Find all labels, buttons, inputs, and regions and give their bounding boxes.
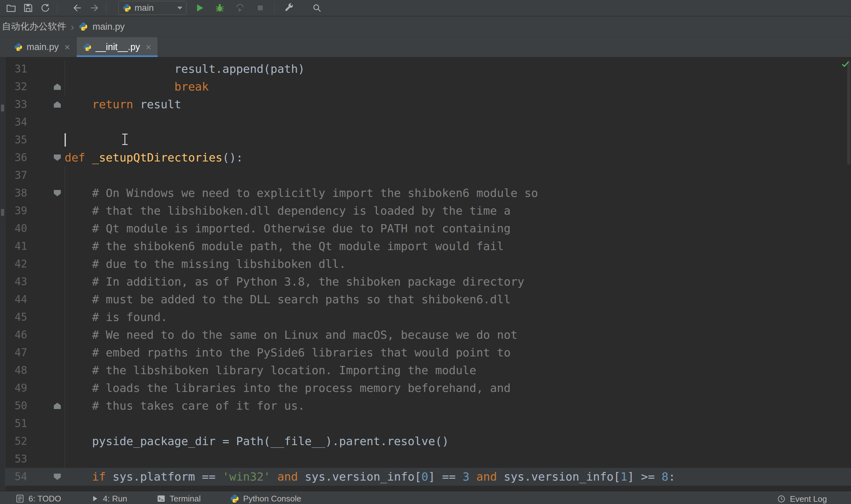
settings-button[interactable]: [280, 1, 297, 15]
gutter-fold-cell[interactable]: [27, 468, 65, 486]
code-line-45[interactable]: 45 # is found.: [0, 308, 851, 326]
code-token: :: [668, 470, 675, 483]
close-icon[interactable]: ×: [65, 42, 70, 53]
breadcrumb-file[interactable]: main.py: [92, 21, 125, 32]
fold-down-icon[interactable]: [54, 474, 61, 480]
code-token: sys.version_info[: [298, 470, 421, 483]
code-line-54[interactable]: 54 if sys.platform == 'win32' and sys.ve…: [0, 468, 851, 486]
event-log-button[interactable]: Event Log: [777, 491, 827, 504]
code-line-38[interactable]: 38 # On Windows we need to explicitly im…: [0, 184, 851, 202]
toolwindow-label: Python Console: [243, 494, 302, 504]
open-folder-icon: [6, 2, 16, 13]
python-file-icon: [14, 43, 23, 52]
gutter-fold-cell[interactable]: [27, 78, 65, 96]
code-line-46[interactable]: 46 # We need to do the same on Linux and…: [0, 326, 851, 344]
fold-up-icon[interactable]: [54, 84, 61, 90]
code-line-31[interactable]: 31 result.append(path): [0, 60, 851, 78]
code-token: result: [133, 98, 181, 111]
debug-button[interactable]: [211, 1, 228, 15]
gutter-fold-cell[interactable]: [27, 397, 65, 415]
code-line-34[interactable]: 34: [0, 113, 851, 131]
tab-init-py[interactable]: __init__.py ×: [77, 37, 158, 57]
editor[interactable]: 31 result.append(path)32 break33 return …: [0, 57, 851, 491]
gutter-fold-cell[interactable]: [27, 184, 65, 202]
code-line-37[interactable]: 37: [0, 166, 851, 184]
fold-down-icon[interactable]: [54, 155, 61, 161]
code-line-39[interactable]: 39 # that the libshiboken.dll dependency…: [0, 202, 851, 220]
gutter-fold-cell: [27, 60, 65, 78]
python-file-icon: [78, 22, 88, 31]
code-token: # loads the libraries into the process m…: [65, 381, 511, 394]
code-line-53[interactable]: 53: [0, 450, 851, 468]
toolwindow-terminal[interactable]: Terminal: [157, 494, 201, 504]
code-line-32[interactable]: 32 break: [0, 78, 851, 96]
code-token: # the shiboken6 module path, the Qt modu…: [65, 240, 504, 253]
code-line-36[interactable]: 36def _setupQtDirectories():: [0, 149, 851, 166]
toolwindow-python-console[interactable]: Python Console: [230, 494, 302, 504]
breadcrumb-project[interactable]: 自动化办公软件: [2, 20, 66, 33]
forward-button[interactable]: [86, 1, 103, 15]
run-with-coverage-button[interactable]: [232, 1, 249, 15]
code-line-33[interactable]: 33 return result: [0, 96, 851, 113]
toolwindow-todo[interactable]: 6: TODO: [15, 494, 61, 504]
gutter-fold-cell: [27, 273, 65, 291]
code-text: [65, 113, 851, 131]
fold-up-icon[interactable]: [54, 403, 61, 409]
code-token: 8: [662, 470, 669, 483]
code-line-41[interactable]: 41 # the shiboken6 module path, the Qt m…: [0, 237, 851, 255]
code-line-48[interactable]: 48 # the libshiboken library location. I…: [0, 362, 851, 379]
code-line-44[interactable]: 44 # must be added to the DLL search pat…: [0, 291, 851, 308]
code-line-47[interactable]: 47 # embed rpaths into the PySide6 libra…: [0, 344, 851, 362]
code-text: # that the libshiboken.dll dependency is…: [65, 202, 851, 220]
synchronize-button[interactable]: [37, 1, 54, 15]
debug-bug-icon: [214, 2, 225, 14]
fold-down-icon[interactable]: [54, 190, 61, 196]
code-token: 'win32': [222, 470, 271, 483]
gutter-fold-cell: [27, 344, 65, 362]
code-text: break: [65, 78, 851, 96]
toolbar-separator: [274, 2, 275, 14]
code-token: # that the libshiboken.dll dependency is…: [65, 204, 511, 217]
gutter-fold-cell: [27, 220, 65, 237]
stripe-mark: [1, 105, 4, 111]
gutter-fold-cell[interactable]: [27, 96, 65, 113]
code-token: [470, 470, 476, 483]
sync-icon: [40, 2, 51, 13]
run-button[interactable]: [191, 1, 208, 15]
toolbar-separator: [106, 2, 106, 14]
gutter-fold-cell: [27, 237, 65, 255]
code-line-43[interactable]: 43 # In addition, as of Python 3.8, the …: [0, 273, 851, 291]
search-icon: [311, 2, 322, 13]
code-text: [65, 450, 851, 468]
search-everywhere-button[interactable]: [308, 1, 325, 15]
gutter-fold-cell: [27, 379, 65, 397]
code-line-51[interactable]: 51: [0, 415, 851, 432]
code-token: [65, 98, 92, 111]
code-line-50[interactable]: 50 # thus takes care of it for us.: [0, 397, 851, 415]
gutter-fold-cell[interactable]: [27, 149, 65, 166]
scrollbar-thumb[interactable]: [847, 60, 850, 165]
code-line-52[interactable]: 52 pyside_package_dir = Path(__file__).p…: [0, 432, 851, 450]
code-token: ():: [222, 151, 243, 164]
tab-main-py[interactable]: main.py ×: [7, 37, 77, 57]
stop-button[interactable]: [252, 1, 269, 15]
open-button[interactable]: [2, 1, 20, 15]
code-line-49[interactable]: 49 # loads the libraries into the proces…: [0, 379, 851, 397]
back-button[interactable]: [69, 1, 86, 15]
code-token: # due to the missing libshiboken dll.: [65, 257, 346, 270]
code-token: and: [277, 470, 298, 483]
code-token: # embed rpaths into the PySide6 librarie…: [65, 346, 511, 359]
fold-up-icon[interactable]: [54, 101, 61, 108]
toolwindow-run[interactable]: 4: Run: [90, 494, 127, 504]
gutter-fold-cell: [27, 362, 65, 379]
run-configuration-select[interactable]: main: [119, 1, 186, 15]
code-line-40[interactable]: 40 # Qt module is imported. Otherwise du…: [0, 220, 851, 237]
save-all-button[interactable]: [20, 1, 37, 15]
code-token: pyside_package_dir = Path(__file__).pare…: [65, 435, 449, 448]
code-line-42[interactable]: 42 # due to the missing libshiboken dll.: [0, 255, 851, 273]
code-text: # must be added to the DLL search paths …: [65, 291, 851, 308]
run-play-icon: [194, 2, 205, 14]
gutter-fold-cell: [27, 326, 65, 344]
back-arrow-icon: [72, 2, 83, 13]
close-icon[interactable]: ×: [146, 42, 151, 53]
